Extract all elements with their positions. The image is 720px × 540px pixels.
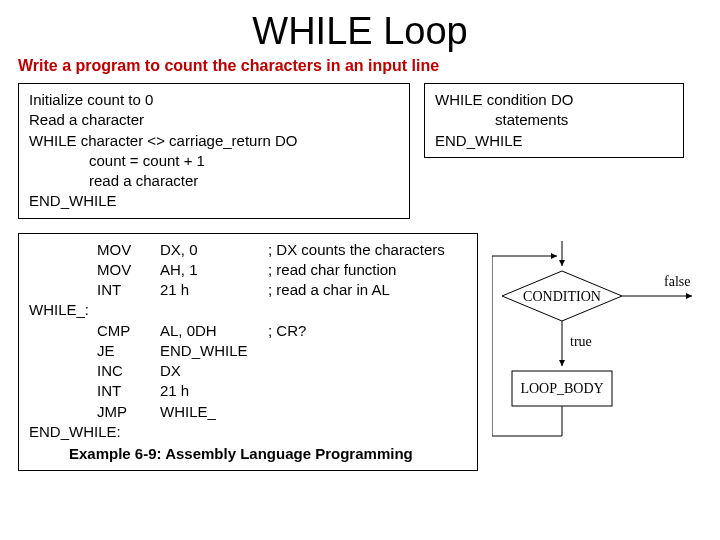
asm-row: INT21 h; read a char in AL bbox=[29, 280, 453, 300]
syntax-box: WHILE condition DO statements END_WHILE bbox=[424, 83, 684, 158]
page-title: WHILE Loop bbox=[18, 10, 702, 53]
flow-body-label: LOOP_BODY bbox=[520, 381, 603, 396]
syntax-line: WHILE condition DO bbox=[435, 90, 673, 110]
pseudo-line: WHILE character <> carriage_return DO bbox=[29, 131, 399, 151]
asm-row: END_WHILE: bbox=[29, 422, 453, 442]
pseudo-line: count = count + 1 bbox=[29, 151, 399, 171]
flow-condition-label: CONDITION bbox=[523, 289, 601, 304]
pseudo-line: Initialize count to 0 bbox=[29, 90, 399, 110]
flow-false-label: false bbox=[664, 274, 690, 289]
asm-row: WHILE_: bbox=[29, 300, 453, 320]
pseudo-line: read a character bbox=[29, 171, 399, 191]
asm-row: MOVAH, 1; read char function bbox=[29, 260, 453, 280]
flow-true-label: true bbox=[570, 334, 592, 349]
asm-row: CMPAL, 0DH; CR? bbox=[29, 321, 453, 341]
flowchart-diagram: CONDITION false true LOOP_BODY bbox=[492, 241, 702, 474]
problem-statement: Write a program to count the characters … bbox=[18, 57, 702, 75]
pseudo-line: Read a character bbox=[29, 110, 399, 130]
asm-row: INCDX bbox=[29, 361, 453, 381]
syntax-line: statements bbox=[435, 110, 673, 130]
asm-row: JEEND_WHILE bbox=[29, 341, 453, 361]
pseudo-line: END_WHILE bbox=[29, 191, 399, 211]
syntax-line: END_WHILE bbox=[435, 131, 673, 151]
assembly-box: MOVDX, 0; DX counts the characters MOVAH… bbox=[18, 233, 478, 472]
asm-row: INT21 h bbox=[29, 381, 453, 401]
asm-row: MOVDX, 0; DX counts the characters bbox=[29, 240, 453, 260]
asm-row: JMPWHILE_ bbox=[29, 402, 453, 422]
assembly-caption: Example 6-9: Assembly Language Programmi… bbox=[29, 444, 467, 464]
pseudocode-box: Initialize count to 0 Read a character W… bbox=[18, 83, 410, 219]
